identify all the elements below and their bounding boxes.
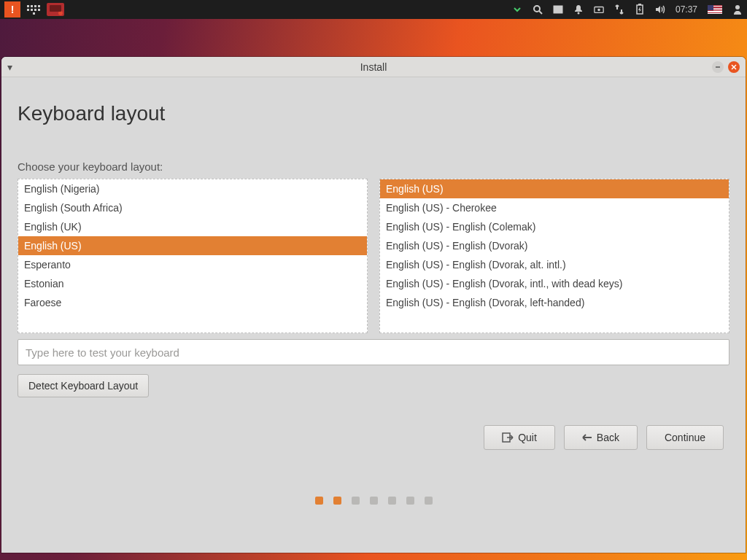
screenshot-tool-icon[interactable]: [47, 3, 64, 16]
svg-point-3: [577, 12, 579, 15]
continue-button[interactable]: Continue: [646, 425, 724, 450]
quit-icon: [502, 432, 514, 443]
layout-option[interactable]: English (US): [18, 236, 367, 255]
layout-listbox[interactable]: English (Nigeria)English (South Africa)E…: [18, 179, 368, 333]
svg-point-0: [534, 6, 540, 12]
quit-label: Quit: [518, 432, 537, 443]
user-icon[interactable]: [732, 4, 743, 15]
variant-option[interactable]: English (US) - English (Dvorak, left-han…: [380, 293, 729, 312]
variant-option[interactable]: English (US) - English (Dvorak): [380, 236, 729, 255]
progress-dot: [370, 497, 378, 505]
clock[interactable]: 07:37: [676, 4, 697, 15]
progress-dot: [352, 497, 360, 505]
arrow-left-icon: [582, 433, 592, 442]
variant-option[interactable]: English (US) - English (Dvorak, alt. int…: [380, 255, 729, 274]
svg-point-8: [735, 5, 740, 9]
workspace-icon[interactable]: [553, 4, 563, 15]
apps-grid-icon[interactable]: [26, 2, 41, 17]
variant-option[interactable]: English (US) - Cherokee: [380, 198, 729, 217]
svg-rect-7: [638, 4, 641, 5]
minimize-button[interactable]: [712, 61, 724, 73]
search-icon[interactable]: [533, 4, 543, 15]
detect-keyboard-button[interactable]: Detect Keyboard Layout: [18, 374, 149, 397]
layout-option[interactable]: English (Nigeria): [18, 179, 367, 198]
progress-indicator: [18, 497, 729, 505]
variant-option[interactable]: English (US): [380, 179, 729, 198]
svg-line-1: [539, 11, 542, 14]
svg-rect-2: [554, 6, 562, 13]
keyboard-test-input[interactable]: [18, 339, 729, 365]
variant-listbox[interactable]: English (US)English (US) - CherokeeEngli…: [379, 179, 729, 333]
progress-dot: [406, 497, 414, 505]
layout-option[interactable]: English (UK): [18, 217, 367, 236]
network-icon[interactable]: [614, 4, 624, 15]
detect-keyboard-label: Detect Keyboard Layout: [28, 380, 138, 392]
instruction-text: Choose your keyboard layout:: [18, 160, 729, 173]
progress-dot: [315, 497, 323, 505]
layout-option[interactable]: English (South Africa): [18, 198, 367, 217]
window-menu-dropdown[interactable]: ▾: [1, 61, 18, 73]
install-window: ▾ Install Keyboard layout Choose your ke…: [1, 57, 746, 553]
progress-dot: [388, 497, 396, 505]
chevron-down-icon[interactable]: [512, 4, 522, 15]
svg-point-5: [597, 9, 600, 12]
notifications-icon[interactable]: [573, 4, 584, 15]
window-title: Install: [1, 61, 746, 73]
keyboard-flag-icon[interactable]: [708, 5, 722, 14]
quit-button[interactable]: Quit: [484, 425, 555, 450]
close-button[interactable]: [728, 61, 740, 73]
battery-icon[interactable]: [635, 4, 645, 15]
layout-option[interactable]: Faroese: [18, 293, 367, 312]
layout-option[interactable]: Esperanto: [18, 255, 367, 274]
distro-logo-icon[interactable]: !: [4, 1, 20, 18]
variant-option[interactable]: English (US) - English (Dvorak, intl., w…: [380, 274, 729, 293]
progress-dot: [333, 497, 341, 505]
titlebar[interactable]: ▾ Install: [1, 57, 746, 77]
variant-option[interactable]: English (US) - English (Colemak): [380, 217, 729, 236]
top-panel: ! 07:37: [0, 0, 747, 19]
page-title: Keyboard layout: [18, 102, 729, 125]
back-button[interactable]: Back: [564, 425, 638, 450]
progress-dot: [425, 497, 433, 505]
layout-option[interactable]: Estonian: [18, 274, 367, 293]
continue-label: Continue: [665, 432, 705, 443]
volume-icon[interactable]: [655, 4, 665, 15]
camera-icon[interactable]: [594, 4, 604, 15]
back-label: Back: [597, 432, 619, 443]
